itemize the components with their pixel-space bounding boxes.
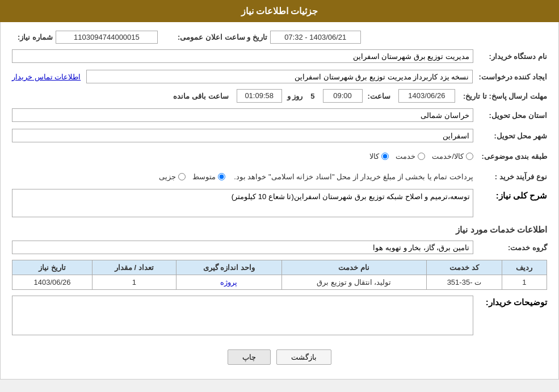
- purchase-type-label: نوع فرآیند خرید :: [473, 172, 547, 181]
- deadline-date: 1403/06/26: [398, 89, 455, 103]
- description-label: شرح کلی نیاز:: [473, 189, 547, 201]
- city-row: شهر محل تحویل:: [12, 128, 547, 144]
- cell-name: تولید، انتقال و توزیع برق: [281, 275, 426, 290]
- city-input[interactable]: [12, 129, 473, 142]
- unit-link[interactable]: پروژه: [220, 278, 237, 286]
- purchase-motavaset-label: متوسط: [192, 172, 216, 181]
- purchase-motavaset-radio[interactable]: [218, 173, 225, 180]
- province-row: استان محل تحویل:: [12, 107, 547, 123]
- category-radio-group: کالا/خدمت خدمت کالا: [369, 152, 473, 161]
- deadline-time-label: ساعت:: [365, 92, 393, 100]
- col-unit: واحد اندازه گیری: [176, 260, 281, 275]
- deadline-days-label: روز و: [284, 92, 306, 100]
- request-number-value: 1103094744000015: [56, 31, 158, 44]
- purchase-motavaset[interactable]: متوسط: [192, 172, 225, 181]
- province-input[interactable]: [12, 108, 473, 122]
- purchase-jozi-label: جزیی: [159, 172, 176, 181]
- category-khedmat-radio[interactable]: [418, 153, 425, 160]
- col-qty: تعداد / مقدار: [93, 260, 176, 275]
- announce-date-label: تاریخ و ساعت اعلان عمومی:: [175, 33, 267, 41]
- announce-date-value: 1403/06/21 - 07:32: [270, 31, 361, 44]
- province-label: استان محل تحویل:: [473, 111, 547, 120]
- services-table: ردیف کد خدمت نام خدمت واحد اندازه گیری ت…: [12, 260, 547, 290]
- button-row: بازگشت چاپ: [12, 349, 547, 365]
- col-name: نام خدمت: [281, 260, 426, 275]
- purchase-jozi[interactable]: جزیی: [159, 172, 186, 181]
- category-kala[interactable]: کالا: [369, 152, 389, 161]
- back-button[interactable]: بازگشت: [276, 349, 331, 365]
- purchase-note: پرداخت تمام یا بخشی از مبلغ خریدار از مح…: [234, 172, 473, 181]
- category-kala-label: کالا: [369, 152, 379, 161]
- category-khedmat-label: خدمت: [396, 152, 415, 161]
- cell-qty: 1: [93, 275, 176, 290]
- contact-link[interactable]: اطلاعات تماس خریدار: [12, 73, 81, 81]
- category-row: طبقه بندی موضوعی: کالا/خدمت خدمت کالا: [12, 148, 547, 164]
- cell-code: ت -35-351: [426, 275, 502, 290]
- request-number-label: شماره نیاز:: [12, 33, 53, 41]
- category-khedmat[interactable]: خدمت: [396, 152, 425, 161]
- category-kala-khedmat[interactable]: کالا/خدمت: [432, 152, 473, 161]
- buyer-desc-textarea[interactable]: [12, 296, 473, 335]
- deadline-remaining-label: ساعت باقی مانده: [170, 92, 231, 100]
- purchase-type-row: نوع فرآیند خرید : پرداخت تمام یا بخشی از…: [12, 168, 547, 184]
- request-number-row: 1403/06/21 - 07:32 تاریخ و ساعت اعلان عم…: [12, 31, 547, 44]
- purchase-jozi-radio[interactable]: [178, 173, 186, 180]
- services-section-title: اطلاعات خدمات مورد نیاز: [12, 225, 547, 235]
- category-label: طبقه بندی موضوعی:: [473, 152, 547, 161]
- buyer-desc-label: توضیحات خریدار:: [473, 296, 547, 307]
- buyer-name-label: نام دستگاه خریدار:: [473, 52, 547, 61]
- category-kala-khedmat-label: کالا/خدمت: [432, 152, 464, 161]
- table-row: 1 ت -35-351 تولید، انتقال و توزیع برق پر…: [12, 275, 547, 290]
- purchase-type-radio-group: متوسط جزیی: [159, 172, 225, 181]
- description-textarea[interactable]: [12, 189, 473, 217]
- buyer-desc-row: توضیحات خریدار:: [12, 296, 547, 341]
- deadline-row: مهلت ارسال پاسخ: تا تاریخ: 1403/06/26 سا…: [12, 89, 547, 103]
- col-rownum: ردیف: [502, 260, 547, 275]
- service-group-label: گروه خدمت:: [473, 243, 547, 252]
- creator-input[interactable]: [86, 70, 473, 83]
- deadline-remaining: 01:09:58: [237, 89, 282, 103]
- service-group-row: گروه خدمت:: [12, 239, 547, 255]
- cell-rownum: 1: [502, 275, 547, 290]
- deadline-time: 09:00: [323, 89, 363, 103]
- content-area: 1403/06/21 - 07:32 تاریخ و ساعت اعلان عم…: [0, 22, 559, 380]
- creator-row: ایجاد کننده درخواست: اطلاعات تماس خریدار: [12, 69, 547, 85]
- creator-label: ایجاد کننده درخواست:: [473, 73, 547, 81]
- col-code: کد خدمت: [426, 260, 502, 275]
- main-container: جزئیات اطلاعات نیاز 1403/06/21 - 07:32 ت…: [0, 0, 559, 380]
- deadline-label: مهلت ارسال پاسخ: تا تاریخ:: [457, 92, 547, 100]
- category-kala-khedmat-radio[interactable]: [466, 153, 473, 160]
- category-kala-radio[interactable]: [381, 153, 389, 160]
- buyer-name-input[interactable]: [12, 49, 473, 63]
- page-header: جزئیات اطلاعات نیاز: [0, 0, 559, 22]
- cell-unit: پروژه: [176, 275, 281, 290]
- description-row: شرح کلی نیاز:: [12, 189, 547, 219]
- city-label: شهر محل تحویل:: [473, 132, 547, 140]
- buyer-name-row: نام دستگاه خریدار:: [12, 48, 547, 64]
- col-date: تاریخ نیاز: [12, 260, 93, 275]
- service-group-input[interactable]: [12, 241, 473, 254]
- deadline-days: 5: [308, 92, 317, 100]
- header-title: جزئیات اطلاعات نیاز: [241, 6, 318, 16]
- print-button[interactable]: چاپ: [228, 349, 271, 365]
- cell-date: 1403/06/26: [12, 275, 93, 290]
